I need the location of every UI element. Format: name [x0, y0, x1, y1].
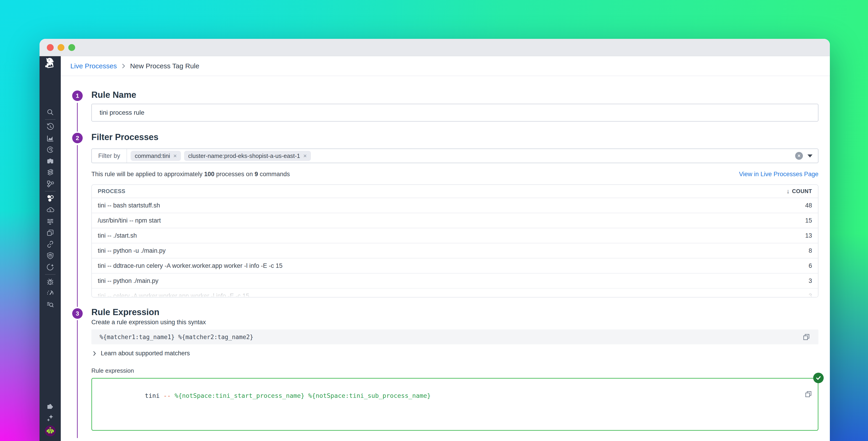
svg-text:$: $ [49, 208, 51, 212]
filter-tag[interactable]: command:tini × [131, 151, 181, 161]
error-tracking-bug-icon[interactable] [45, 276, 56, 287]
table-row[interactable]: tini -- celery -A worker.worker.app work… [92, 288, 818, 297]
learn-matchers-expander[interactable]: Learn about supported matchers [93, 350, 190, 357]
step-2-number: 2 [76, 135, 79, 142]
summary-prefix: This rule will be applied to approximate… [91, 171, 204, 178]
rule-expression-editor[interactable]: tini -- %{notSpace:tini_start_process_na… [91, 378, 818, 431]
step-2-badge: 2 [72, 133, 83, 143]
expression-valid-check-icon [813, 373, 824, 383]
count-column-header[interactable]: ↓ COUNT [786, 188, 812, 195]
step-rail-1 [77, 103, 78, 131]
process-cell: tini -- ./start.sh [98, 232, 137, 239]
step-rail-3 [77, 320, 78, 438]
expand-chevron-icon [93, 351, 96, 356]
commands-count: 9 [254, 171, 258, 178]
breadcrumb: Live Processes New Process Tag Rule [61, 56, 830, 76]
service-map-icon[interactable] [45, 179, 56, 189]
datadog-logo-icon[interactable] [45, 58, 56, 68]
table-row[interactable]: tini -- bash startstuff.sh 48 [92, 198, 818, 213]
desktop-background: $ [0, 0, 868, 441]
expression-token-operator: -- [163, 392, 171, 399]
rule-expression-label: Rule expression [91, 367, 134, 374]
process-table: PROCESS ↓ COUNT tini -- bash startstuff.… [91, 184, 818, 297]
copy-icon[interactable] [802, 333, 810, 341]
table-row[interactable]: tini -- python -u ./main.py 8 [92, 243, 818, 258]
ai-sparkles-icon[interactable] [45, 413, 56, 423]
page-title: New Process Tag Rule [130, 62, 199, 70]
cloud-cost-icon[interactable]: $ [45, 205, 56, 215]
process-cell: tini -- celery -A worker.worker.app work… [98, 292, 249, 298]
table-header: PROCESS ↓ COUNT [92, 185, 818, 198]
count-cell: 8 [809, 247, 812, 254]
copy-icon[interactable] [752, 383, 812, 407]
syntax-intro-text: Create a rule expression using this synt… [91, 319, 206, 326]
sidebar-divider [45, 119, 56, 120]
rule-name-input[interactable] [91, 104, 818, 122]
app-window: $ [39, 39, 830, 441]
filter-bar[interactable]: Filter by command:tini × cluster-name:pr… [91, 149, 818, 163]
rule-name-heading: Rule Name [91, 90, 136, 100]
process-cell: /usr/bin/tini -- npm start [98, 217, 161, 224]
rule-expression-heading: Rule Expression [91, 307, 159, 317]
dashboards-windows-icon[interactable] [45, 228, 56, 238]
step-3-badge: 3 [72, 308, 83, 319]
user-avatar[interactable] [45, 425, 56, 436]
filter-by-label: Filter by [92, 149, 127, 163]
close-window-button[interactable] [47, 44, 54, 51]
table-row[interactable]: tini -- python ./main.py 3 [92, 273, 818, 288]
breadcrumb-live-processes-link[interactable]: Live Processes [70, 62, 117, 70]
watchdog-sparkle-icon[interactable] [45, 262, 56, 272]
logs-icon[interactable] [45, 216, 56, 227]
integrations-puzzle-icon[interactable] [45, 401, 56, 412]
binoculars-icon[interactable] [45, 156, 56, 166]
process-cell: tini -- python -u ./main.py [98, 247, 165, 254]
apply-summary: This rule will be applied to approximate… [91, 171, 818, 178]
process-cell: tini -- ddtrace-run celery -A worker.wor… [98, 262, 283, 269]
clear-filters-icon[interactable]: × [795, 152, 803, 160]
step-1-badge: 1 [72, 90, 83, 101]
nav-sidebar: $ [39, 56, 61, 441]
syntax-example-block: %{matcher1:tag_name1} %{matcher2:tag_nam… [91, 329, 818, 344]
breadcrumb-chevron-icon [121, 63, 125, 69]
count-cell: 15 [805, 217, 812, 224]
step-3-number: 3 [76, 310, 79, 317]
filter-tag[interactable]: cluster-name:prod-eks-shopist-a-us-east-… [184, 151, 311, 161]
filter-tag-text: command:tini [135, 152, 170, 159]
count-cell: 48 [805, 202, 812, 209]
summary-mid: processes on [215, 171, 255, 178]
log-explorer-search-icon[interactable] [45, 299, 56, 310]
metrics-chart-icon[interactable] [45, 133, 56, 144]
synthetics-gauge-icon[interactable] [45, 288, 56, 298]
software-catalog-layers-icon[interactable] [45, 167, 56, 178]
table-row[interactable]: tini -- ddtrace-run celery -A worker.wor… [92, 258, 818, 273]
step-1-number: 1 [76, 92, 79, 99]
table-row[interactable]: /usr/bin/tini -- npm start 15 [92, 213, 818, 228]
process-cell: tini -- bash startstuff.sh [98, 202, 160, 209]
step-rail-2 [77, 145, 78, 307]
filter-dropdown-caret-icon[interactable] [807, 154, 812, 157]
monitors-watchdog-icon[interactable] [45, 144, 56, 155]
summary-suffix: commands [258, 171, 290, 178]
count-cell: 3 [809, 277, 812, 285]
view-live-processes-link[interactable]: View in Live Processes Page [739, 171, 818, 178]
minimize-window-button[interactable] [58, 44, 64, 51]
security-shield-icon[interactable] [45, 251, 56, 261]
maximize-window-button[interactable] [68, 44, 75, 51]
count-cell: 3 [809, 292, 812, 298]
window-titlebar [39, 39, 830, 56]
remove-tag-icon[interactable]: × [303, 152, 307, 159]
containers-hexagons-icon-active[interactable] [45, 193, 56, 204]
process-cell: tini -- python ./main.py [98, 277, 158, 285]
history-icon[interactable] [45, 122, 56, 132]
ci-chain-icon[interactable] [45, 239, 56, 249]
sidebar-divider [45, 274, 56, 275]
filter-processes-heading: Filter Processes [91, 132, 158, 142]
table-row[interactable]: tini -- ./start.sh 13 [92, 228, 818, 243]
search-icon[interactable] [45, 107, 56, 117]
filter-tag-text: cluster-name:prod-eks-shopist-a-us-east-… [188, 152, 300, 159]
remove-tag-icon[interactable]: × [174, 152, 177, 159]
count-cell: 6 [809, 262, 812, 269]
count-cell: 13 [805, 232, 812, 239]
process-column-header[interactable]: PROCESS [98, 188, 125, 195]
learn-matchers-label: Learn about supported matchers [101, 350, 190, 357]
